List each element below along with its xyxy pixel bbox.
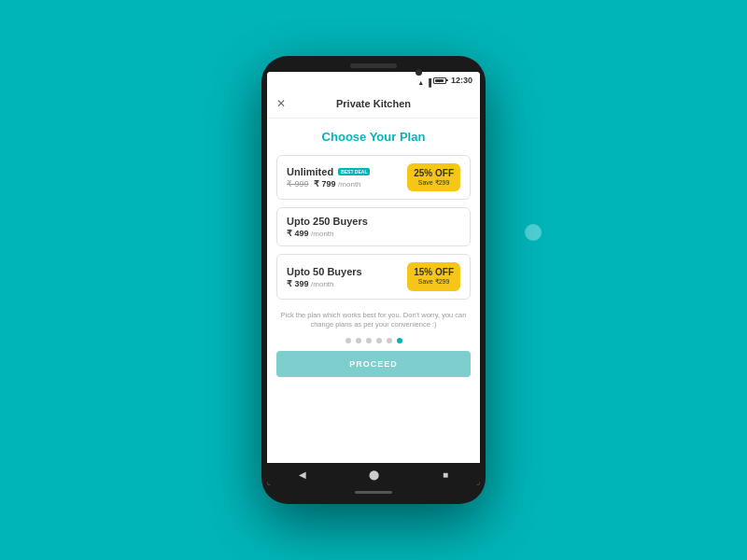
status-bar: 12:30: [267, 72, 480, 89]
dot-4: [376, 338, 382, 343]
dot-1: [345, 338, 351, 343]
price-period: /month: [338, 180, 360, 189]
plan-info-unlimited: Unlimited BEST DEAL ₹ 999 ₹ 799 /month: [287, 166, 407, 189]
price-current-3: ₹ 399: [287, 279, 309, 288]
decorative-circle: [525, 224, 542, 241]
plan-title-row-2: Upto 250 Buyers: [287, 216, 460, 227]
app-title: Private Kitchen: [336, 98, 411, 109]
progress-dots: [345, 338, 402, 343]
plan-card-unlimited[interactable]: Unlimited BEST DEAL ₹ 999 ₹ 799 /month 2…: [276, 155, 471, 200]
footnote-text: Pick the plan which works best for you. …: [276, 311, 471, 330]
dot-2: [356, 338, 361, 343]
plan-price-upto250: ₹ 499 /month: [287, 229, 460, 238]
section-title: Choose Your Plan: [322, 130, 426, 144]
phone-bottom: [355, 485, 392, 498]
dot-5: [387, 338, 392, 343]
status-time: 12:30: [451, 76, 472, 85]
plan-title-row: Unlimited BEST DEAL: [287, 166, 407, 177]
discount-percent: 25% OFF: [414, 168, 454, 179]
discount-percent-3: 15% OFF: [414, 267, 454, 278]
phone-camera: [416, 69, 422, 76]
home-button[interactable]: ⬤: [369, 469, 379, 480]
price-current-2: ₹ 499: [287, 229, 309, 238]
price-current: ₹ 799: [314, 179, 336, 189]
price-period-2: /month: [311, 230, 333, 238]
discount-badge-upto50: 15% OFF Save ₹299: [407, 262, 460, 290]
plan-price-unlimited: ₹ 999 ₹ 799 /month: [287, 179, 407, 189]
discount-save-3: Save ₹299: [414, 278, 454, 286]
plan-price-upto50: ₹ 399 /month: [287, 279, 407, 288]
best-deal-badge: BEST DEAL: [338, 168, 370, 175]
proceed-button[interactable]: PROCEED: [276, 351, 471, 377]
plan-title-row-3: Upto 50 Buyers: [287, 266, 407, 277]
phone-speaker: [350, 63, 397, 68]
battery-icon: [433, 77, 446, 84]
bottom-nav: ◀ ⬤ ■: [267, 463, 480, 485]
plan-card-upto250[interactable]: Upto 250 Buyers ₹ 499 /month: [276, 207, 471, 246]
phone-screen: 12:30 ✕ Private Kitchen Choose Your Plan…: [267, 72, 480, 485]
dot-6-active: [397, 338, 402, 343]
discount-save: Save ₹299: [414, 179, 454, 187]
phone-device: 12:30 ✕ Private Kitchen Choose Your Plan…: [261, 56, 486, 504]
dot-3: [366, 338, 372, 343]
plan-card-upto50[interactable]: Upto 50 Buyers ₹ 399 /month 15% OFF Save…: [276, 254, 471, 299]
plan-info-upto50: Upto 50 Buyers ₹ 399 /month: [287, 266, 407, 288]
plan-name-unlimited: Unlimited: [287, 166, 333, 177]
status-icons: 12:30: [417, 72, 472, 89]
recent-button[interactable]: ■: [443, 469, 448, 480]
back-button[interactable]: ◀: [299, 469, 306, 480]
home-indicator: [355, 491, 392, 494]
app-content: Choose Your Plan Unlimited BEST DEAL ₹ 9…: [267, 119, 480, 463]
price-period-3: /month: [311, 280, 333, 288]
plan-info-upto250: Upto 250 Buyers ₹ 499 /month: [287, 216, 460, 238]
price-original: ₹ 999: [287, 179, 309, 189]
plan-name-upto50: Upto 50 Buyers: [287, 266, 362, 277]
close-button[interactable]: ✕: [276, 98, 286, 109]
app-header: ✕ Private Kitchen: [267, 89, 480, 119]
signal-icon: [426, 72, 431, 89]
discount-badge-unlimited: 25% OFF Save ₹299: [407, 163, 460, 191]
phone-shell: 12:30 ✕ Private Kitchen Choose Your Plan…: [261, 56, 486, 504]
plan-name-upto250: Upto 250 Buyers: [287, 216, 368, 227]
